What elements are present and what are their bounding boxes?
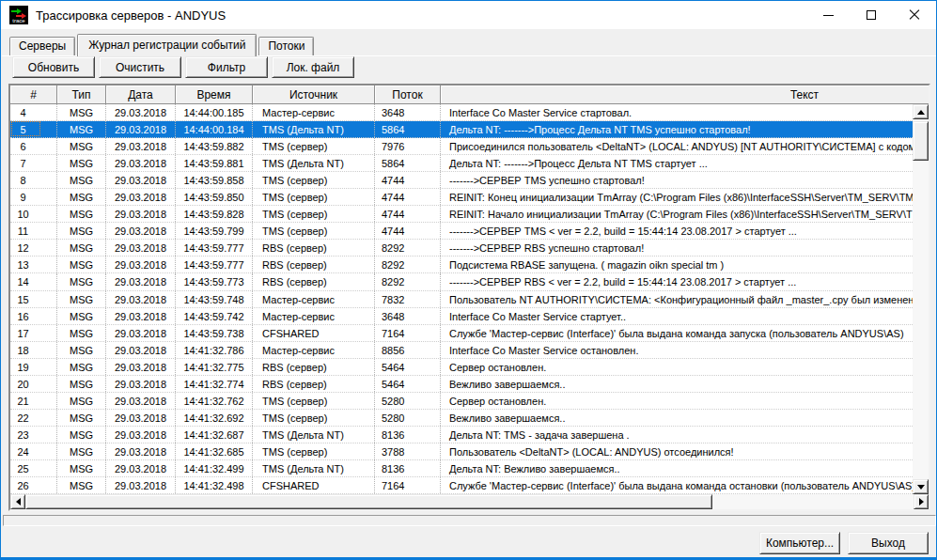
cell-thread: 4744 <box>375 172 441 188</box>
cell-text: ------->СЕРВЕР RBS успешно стартовал! <box>441 240 913 256</box>
table-row[interactable]: 14MSG29.03.201814:43:59.773RBS (сервер)8… <box>10 273 913 290</box>
cell-num: 9 <box>10 189 57 205</box>
cell-type: MSG <box>57 359 106 375</box>
column-header-4[interactable]: Источник <box>253 86 375 103</box>
cell-date: 29.03.2018 <box>106 189 176 205</box>
table-row[interactable]: 20MSG29.03.201814:41:32.774RBS (сервер)5… <box>10 376 913 393</box>
table-row[interactable]: 24MSG29.03.201814:41:32.685TMS (сервер)3… <box>10 443 913 460</box>
table-row[interactable]: 4MSG29.03.201814:44:00.185Мастер-сервис3… <box>10 104 913 121</box>
close-icon <box>908 8 921 22</box>
cell-date: 29.03.2018 <box>106 376 176 392</box>
column-header-2[interactable]: Дата <box>106 86 176 103</box>
cell-thread: 5864 <box>375 155 441 171</box>
cell-type: MSG <box>57 325 106 341</box>
exit-button[interactable]: Выход <box>848 532 929 554</box>
cell-time: 14:43:59.777 <box>176 257 253 272</box>
cell-text: REINIT: Начало инициализации TmArray (C:… <box>441 206 913 222</box>
cell-num: 15 <box>10 291 57 307</box>
table-row[interactable]: 15MSG29.03.201814:43:59.748Мастер-сервис… <box>10 291 913 308</box>
cell-time: 14:43:59.799 <box>176 223 253 239</box>
table-row[interactable]: 16MSG29.03.201814:43:59.742Мастер-сервис… <box>10 308 913 325</box>
column-header-3[interactable]: Время <box>176 86 253 103</box>
local-file-button[interactable]: Лок. файл <box>272 56 354 78</box>
tab-threads[interactable]: Потоки <box>258 37 314 55</box>
table-row[interactable]: 22MSG29.03.201814:41:32.692TMS (сервер)5… <box>10 410 913 427</box>
scroll-down-button[interactable] <box>913 479 929 494</box>
cell-source: RBS (сервер) <box>253 376 375 392</box>
cell-time: 14:41:32.786 <box>176 342 253 358</box>
table-row[interactable]: 23MSG29.03.201814:41:32.687TMS (Дельта N… <box>10 427 913 443</box>
table-row[interactable]: 11MSG29.03.201814:43:59.799TMS (сервер)4… <box>10 223 913 240</box>
cell-num: 5 <box>10 121 57 137</box>
cell-source: Мастер-сервис <box>253 104 375 120</box>
table-row[interactable]: 7MSG29.03.201814:43:59.881TMS (Дельта NT… <box>10 155 913 172</box>
log-table-header: #ТипДатаВремяИсточникПотокТекст <box>10 86 929 104</box>
tab-event-log[interactable]: Журнал регистрации событий <box>77 34 257 56</box>
column-header-6[interactable]: Текст <box>441 86 929 103</box>
cell-date: 29.03.2018 <box>106 342 176 358</box>
table-row[interactable]: 5MSG29.03.201814:44:00.184TMS (Дельта NT… <box>10 121 913 138</box>
cell-num: 18 <box>10 342 57 358</box>
cell-date: 29.03.2018 <box>106 155 176 171</box>
vertical-scrollbar-thumb[interactable] <box>913 121 929 161</box>
cell-num: 16 <box>10 308 57 324</box>
column-header-1[interactable]: Тип <box>57 86 106 103</box>
tab-label: Серверы <box>19 39 66 53</box>
table-row[interactable]: 12MSG29.03.201814:43:59.777RBS (сервер)8… <box>10 240 913 257</box>
tab-servers[interactable]: Серверы <box>9 37 75 55</box>
cell-thread: 7164 <box>375 477 441 493</box>
cell-num: 6 <box>10 138 57 154</box>
cell-source: TMS (сервер) <box>253 138 375 154</box>
column-header-5[interactable]: Поток <box>375 86 441 103</box>
table-row[interactable]: 10MSG29.03.201814:43:59.828TMS (сервер)4… <box>10 206 913 223</box>
cell-date: 29.03.2018 <box>106 393 176 409</box>
cell-text: Службе 'Мастер-сервис (Interface)' была … <box>441 477 913 493</box>
cell-source: TMS (сервер) <box>253 189 375 205</box>
filter-button[interactable]: Фильтр <box>185 56 268 78</box>
column-header-label: Текст <box>790 88 819 101</box>
cell-time: 14:43:59.881 <box>176 155 253 171</box>
minimize-button[interactable] <box>806 1 850 29</box>
scroll-up-button[interactable] <box>913 104 929 119</box>
table-row[interactable]: 25MSG29.03.201814:41:32.499TMS (Дельта N… <box>10 460 913 477</box>
cell-date: 29.03.2018 <box>106 460 176 476</box>
cell-text: Подсистема RBASE запущена. ( magazin oik… <box>441 257 913 272</box>
table-row[interactable]: 17MSG29.03.201814:43:59.738CFSHARED7164С… <box>10 325 913 342</box>
computer-button[interactable]: Компьютер... <box>759 532 840 554</box>
table-row[interactable]: 21MSG29.03.201814:41:32.762TMS (сервер)5… <box>10 393 913 410</box>
cell-text: Вежливо завершаемся.. <box>441 410 913 426</box>
refresh-button[interactable]: Обновить <box>12 56 95 78</box>
cell-source: TMS (сервер) <box>253 223 375 239</box>
scroll-right-button[interactable] <box>914 494 929 509</box>
table-row[interactable]: 9MSG29.03.201814:43:59.850TMS (сервер)47… <box>10 189 913 206</box>
table-row[interactable]: 6MSG29.03.201814:43:59.882TMS (сервер)79… <box>10 138 913 155</box>
app-icon[interactable]: trace <box>9 6 28 24</box>
cell-type: MSG <box>57 443 106 459</box>
cell-thread: 4744 <box>375 223 441 239</box>
cell-num: 11 <box>10 223 57 239</box>
cell-time: 14:44:00.185 <box>176 104 253 120</box>
table-row[interactable]: 13MSG29.03.201814:43:59.777RBS (сервер)8… <box>10 257 913 273</box>
trace-icon-label: trace <box>9 18 28 23</box>
cell-time: 14:43:59.777 <box>176 240 253 256</box>
maximize-button[interactable] <box>850 1 893 29</box>
cell-source: Мастер-сервис <box>253 342 375 358</box>
cell-num: 7 <box>10 155 57 171</box>
table-row[interactable]: 26MSG29.03.201814:41:32.498CFSHARED7164С… <box>10 477 913 494</box>
table-row[interactable]: 8MSG29.03.201814:43:59.858TMS (сервер)47… <box>10 172 913 189</box>
cell-text: Сервер остановлен. <box>441 393 913 409</box>
cell-text: Дельта NT: TMS - задача завершена . <box>441 427 913 443</box>
cell-source: TMS (Дельта NT) <box>253 155 375 171</box>
clear-button[interactable]: Очистить <box>99 56 181 78</box>
close-button[interactable] <box>893 1 936 29</box>
table-row[interactable]: 18MSG29.03.201814:41:32.786Мастер-сервис… <box>10 342 913 359</box>
table-row[interactable]: 19MSG29.03.201814:41:32.775RBS (сервер)5… <box>10 359 913 376</box>
horizontal-scrollbar[interactable] <box>10 494 929 509</box>
column-header-0[interactable]: # <box>10 86 57 103</box>
scroll-left-button[interactable] <box>10 494 25 509</box>
horizontal-scrollbar-thumb[interactable] <box>25 494 712 509</box>
cell-source: Мастер-сервис <box>253 291 375 307</box>
cell-num: 20 <box>10 376 57 392</box>
vertical-scrollbar[interactable] <box>913 104 929 494</box>
cell-num: 8 <box>10 172 57 188</box>
